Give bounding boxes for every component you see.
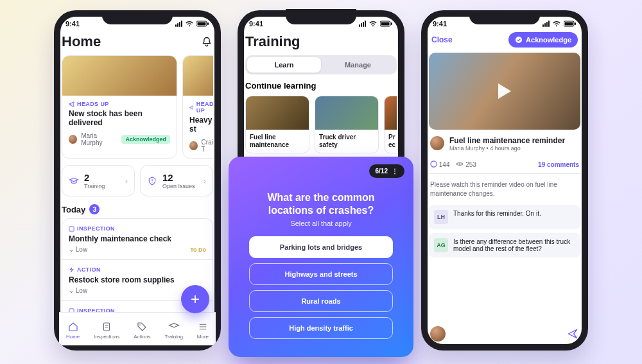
comments-link[interactable]: 19 comments: [538, 161, 579, 168]
comment-avatar: LH: [434, 210, 448, 224]
learning-tile[interactable]: Truck driver safety: [315, 96, 379, 153]
comment-avatar: AG: [434, 238, 448, 252]
acknowledge-button[interactable]: Acknowledge: [508, 32, 578, 48]
status-time: 9:41: [65, 20, 80, 28]
views-count: 253: [456, 160, 476, 168]
tab-training[interactable]: Training: [164, 321, 183, 340]
quiz-option[interactable]: High density traffic: [249, 317, 393, 339]
post-description: Please watch this reminder video on fuel…: [430, 180, 579, 198]
svg-point-15: [459, 163, 461, 165]
feed-author: Craig T: [202, 139, 213, 153]
chevron-right-icon: ›: [204, 177, 206, 186]
feed-scroller[interactable]: HEADS UP New stock has been delivered Ma…: [62, 55, 213, 159]
svg-point-14: [431, 161, 437, 167]
signal-icon: [175, 21, 182, 27]
tile-thumbnail: [315, 96, 378, 130]
svg-rect-1: [198, 22, 206, 26]
feed-title: Heavy st: [189, 116, 213, 134]
avatar: [189, 141, 198, 150]
graduation-cap-icon: [69, 176, 79, 186]
megaphone-icon: [69, 101, 74, 107]
page-title: Training: [245, 33, 397, 50]
avatar: [430, 136, 444, 150]
tag-icon: [136, 321, 148, 333]
segmented-control[interactable]: Learn Manage: [245, 55, 397, 74]
close-button[interactable]: Close: [431, 35, 453, 44]
svg-rect-11: [565, 22, 573, 26]
check-circle-icon: [515, 36, 523, 44]
tile-thumbnail: [385, 96, 397, 130]
clipboard-icon: [69, 226, 74, 232]
status-time: 9:41: [249, 20, 263, 28]
svg-rect-5: [104, 323, 110, 331]
feed-card[interactable]: HEADS UP New stock has been delivered Ma…: [62, 55, 177, 159]
quiz-option[interactable]: Highways and streets: [249, 263, 393, 285]
phone-training: 9:41 Training Learn Manage Continue lear…: [238, 10, 404, 351]
feed-thumbnail: [183, 56, 213, 96]
quiz-option[interactable]: Rural roads: [249, 290, 393, 312]
post-meta: Maria Murphy • 4 hours ago: [449, 145, 565, 152]
tile-thumbnail: [246, 96, 309, 130]
segment-learn[interactable]: Learn: [247, 57, 321, 73]
stat-training[interactable]: 2Training ›: [62, 165, 135, 196]
engagement-bar: 144 253 19 comments: [429, 158, 580, 174]
today-count-badge: 3: [89, 204, 100, 214]
continue-learning-header: Continue learning: [245, 81, 397, 91]
send-icon[interactable]: [566, 327, 579, 340]
bolt-icon: [69, 267, 74, 273]
device-notch: [102, 10, 173, 24]
feed-title: New stock has been delivered: [69, 109, 170, 127]
svg-rect-9: [391, 22, 392, 25]
today-header: Today 3: [62, 204, 213, 214]
feed-tag: HEADS UP: [69, 101, 170, 107]
svg-point-6: [140, 324, 141, 325]
wifi-icon: [552, 21, 561, 27]
learning-tile[interactable]: Fuel line maintenance: [245, 96, 309, 153]
svg-rect-12: [575, 22, 576, 25]
post-title: Fuel line maintenance reminder: [449, 136, 565, 145]
quiz-option[interactable]: Parking lots and bridges: [249, 236, 393, 258]
tab-inspections[interactable]: Inspections: [94, 321, 119, 340]
feed-thumbnail: [62, 56, 177, 96]
signal-icon: [359, 21, 366, 27]
svg-rect-2: [207, 22, 209, 25]
comment-item[interactable]: LH Thanks for this reminder. On it.: [429, 205, 580, 229]
task-item[interactable]: INSPECTION Monthly maintenance check ⌄ L…: [62, 219, 213, 260]
feed-tag: HEADS UP: [189, 101, 213, 114]
graduation-cap-icon: [168, 321, 180, 333]
device-notch: [469, 10, 540, 24]
reactions-count[interactable]: 144: [430, 160, 449, 168]
comment-text: Thanks for this reminder. On it.: [453, 210, 541, 224]
play-icon: [498, 83, 511, 99]
signal-icon: [542, 21, 550, 27]
page-title: Home: [62, 33, 101, 50]
segment-manage[interactable]: Manage: [321, 57, 395, 73]
svg-point-13: [516, 37, 522, 43]
stat-issues[interactable]: 12Open Issues ›: [140, 165, 213, 196]
quiz-question: What are the common locations of crashes…: [249, 191, 393, 217]
phone-home: 9:41 Home HEADS UP New stock has been de…: [54, 10, 221, 351]
quiz-progress[interactable]: 6/12 ⋮: [369, 164, 404, 178]
tab-actions[interactable]: Actions: [134, 321, 150, 340]
smile-icon: [430, 160, 437, 168]
feed-card[interactable]: HEADS UP Heavy st Craig T: [182, 55, 213, 159]
tab-more[interactable]: More: [197, 321, 209, 340]
bell-icon[interactable]: [200, 36, 213, 49]
megaphone-icon: [189, 105, 194, 110]
phone-post: 9:41 Close Acknowledge Fuel line mainten…: [421, 10, 588, 351]
learning-tiles[interactable]: Fuel line maintenance Truck driver safet…: [245, 96, 397, 153]
wifi-icon: [369, 21, 377, 27]
tab-home[interactable]: Home: [66, 321, 80, 340]
more-vertical-icon[interactable]: ⋮: [392, 168, 398, 175]
learning-tile[interactable]: Pr ec: [384, 96, 397, 153]
comment-composer[interactable]: [430, 326, 579, 342]
svg-rect-8: [381, 22, 390, 26]
chevron-right-icon: ›: [125, 177, 128, 186]
status-time: 9:41: [433, 20, 447, 28]
comment-item[interactable]: AG Is there any difference between this …: [429, 233, 580, 257]
fab-add-button[interactable]: +: [181, 285, 209, 313]
comment-input[interactable]: [451, 331, 561, 336]
home-icon: [67, 321, 79, 333]
wifi-icon: [185, 21, 194, 27]
video-player[interactable]: [429, 53, 580, 130]
